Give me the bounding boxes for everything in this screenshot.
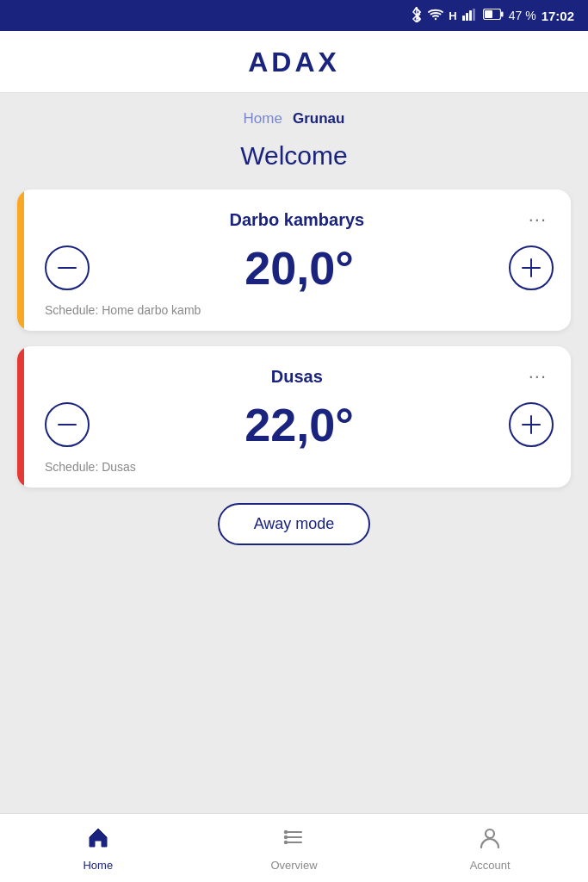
breadcrumb: Home Grunau <box>0 93 588 134</box>
card-menu-1[interactable]: ··· <box>522 362 554 391</box>
card-controls-0: 20,0° <box>45 241 554 295</box>
svg-rect-2 <box>466 13 468 21</box>
bluetooth-icon <box>411 7 423 25</box>
battery-icon <box>483 9 504 22</box>
overview-icon <box>282 825 306 855</box>
svg-point-0 <box>435 17 436 19</box>
breadcrumb-grunau[interactable]: Grunau <box>293 110 344 127</box>
signal-icon: H <box>449 9 456 22</box>
svg-rect-8 <box>58 267 77 269</box>
nav-label-home: Home <box>83 859 113 872</box>
away-mode-button[interactable]: Away mode <box>218 503 371 545</box>
nav-label-overview: Overview <box>270 859 317 872</box>
device-card-0: Darbo kambarys ··· 20,0° Schedule: Home … <box>17 189 571 331</box>
card-indicator-0 <box>17 189 24 331</box>
temperature-0: 20,0° <box>90 241 509 295</box>
svg-point-20 <box>486 829 494 838</box>
main-content: Home Grunau Welcome Darbo kambarys ··· 2… <box>0 93 588 882</box>
app-header: ADAX <box>0 31 588 93</box>
device-name-0: Darbo kambarys <box>72 210 522 230</box>
card-schedule-0: Schedule: Home darbo kamb <box>45 303 554 317</box>
svg-point-17 <box>284 829 288 833</box>
signal-bars-icon <box>462 9 478 23</box>
svg-rect-13 <box>530 415 532 434</box>
increase-temp-0[interactable] <box>509 245 554 290</box>
welcome-title: Welcome <box>0 141 588 171</box>
status-time: 17:02 <box>542 9 574 23</box>
increase-temp-1[interactable] <box>509 402 554 447</box>
breadcrumb-home[interactable]: Home <box>244 110 282 127</box>
away-mode-container: Away mode <box>0 503 588 545</box>
svg-point-19 <box>284 840 288 843</box>
device-card-1: Dusas ··· 22,0° Schedule: Dusas <box>17 346 571 488</box>
nav-label-account: Account <box>470 859 511 872</box>
svg-rect-11 <box>58 424 77 425</box>
card-menu-0[interactable]: ··· <box>522 205 554 234</box>
svg-rect-10 <box>530 258 532 277</box>
svg-rect-3 <box>469 10 472 21</box>
nav-item-home[interactable]: Home <box>64 825 133 872</box>
nav-item-overview[interactable]: Overview <box>259 825 328 872</box>
bottom-nav: Home Overview Account <box>0 813 588 882</box>
card-header-0: Darbo kambarys ··· <box>45 205 554 234</box>
status-bar: H 47 % 17:02 <box>0 0 588 31</box>
account-icon <box>478 825 502 855</box>
nav-item-account[interactable]: Account <box>455 825 524 872</box>
temperature-1: 22,0° <box>90 398 509 451</box>
home-icon <box>86 825 110 855</box>
svg-rect-1 <box>462 16 465 21</box>
status-icons: H 47 % 17:02 <box>411 7 574 25</box>
app-logo: ADAX <box>248 47 340 78</box>
device-name-1: Dusas <box>72 367 522 387</box>
card-indicator-1 <box>17 346 24 488</box>
card-controls-1: 22,0° <box>45 398 554 451</box>
card-schedule-1: Schedule: Dusas <box>45 460 554 474</box>
svg-rect-4 <box>473 9 475 21</box>
card-header-1: Dusas ··· <box>45 362 554 391</box>
decrease-temp-1[interactable] <box>45 402 90 447</box>
battery-percent: 47 % <box>509 9 536 22</box>
svg-rect-6 <box>501 12 504 17</box>
svg-point-18 <box>284 835 288 838</box>
wifi-icon <box>428 9 443 23</box>
svg-rect-7 <box>485 10 492 18</box>
decrease-temp-0[interactable] <box>45 245 90 290</box>
